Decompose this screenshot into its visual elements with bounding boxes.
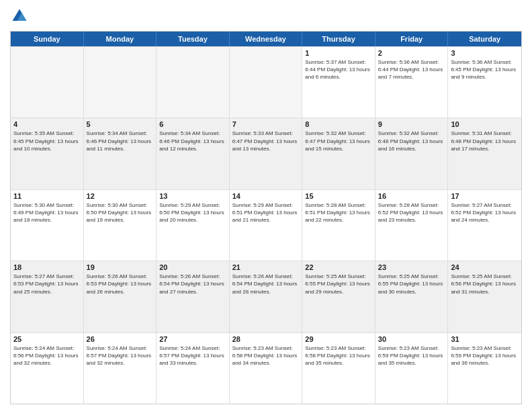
day-content: Sunrise: 5:36 AM Sunset: 6:44 PM Dayligh… — [378, 58, 445, 81]
calendar-body: 1Sunrise: 5:37 AM Sunset: 6:44 PM Daylig… — [11, 46, 521, 404]
page: SundayMondayTuesdayWednesdayThursdayFrid… — [0, 0, 532, 411]
day-cell-13: 13Sunrise: 5:29 AM Sunset: 6:50 PM Dayli… — [157, 190, 230, 261]
day-content: Sunrise: 5:35 AM Sunset: 6:45 PM Dayligh… — [13, 130, 81, 152]
day-content: Sunrise: 5:25 AM Sunset: 6:56 PM Dayligh… — [451, 273, 519, 295]
day-content: Sunrise: 5:32 AM Sunset: 6:48 PM Dayligh… — [378, 130, 445, 152]
calendar-header: SundayMondayTuesdayWednesdayThursdayFrid… — [11, 32, 521, 46]
header-day-monday: Monday — [84, 32, 157, 46]
day-cell-31: 31Sunrise: 5:23 AM Sunset: 6:59 PM Dayli… — [448, 333, 521, 404]
day-number: 6 — [159, 120, 226, 128]
day-number: 1 — [305, 49, 372, 57]
day-content: Sunrise: 5:24 AM Sunset: 6:56 PM Dayligh… — [13, 345, 81, 367]
day-content: Sunrise: 5:27 AM Sunset: 6:53 PM Dayligh… — [13, 273, 81, 295]
day-number: 19 — [87, 263, 154, 271]
day-content: Sunrise: 5:29 AM Sunset: 6:50 PM Dayligh… — [159, 201, 226, 224]
day-number: 22 — [305, 263, 372, 271]
day-number: 13 — [159, 192, 226, 200]
day-content: Sunrise: 5:23 AM Sunset: 6:58 PM Dayligh… — [305, 345, 372, 367]
header-day-thursday: Thursday — [302, 32, 375, 46]
day-cell-12: 12Sunrise: 5:30 AM Sunset: 6:50 PM Dayli… — [84, 190, 157, 261]
calendar-row-4: 18Sunrise: 5:27 AM Sunset: 6:53 PM Dayli… — [11, 261, 521, 332]
day-cell-6: 6Sunrise: 5:34 AM Sunset: 6:46 PM Daylig… — [157, 118, 230, 189]
day-content: Sunrise: 5:33 AM Sunset: 6:47 PM Dayligh… — [232, 130, 300, 152]
day-number: 10 — [451, 120, 519, 128]
day-number: 31 — [451, 335, 519, 343]
calendar-row-1: 1Sunrise: 5:37 AM Sunset: 6:44 PM Daylig… — [11, 46, 521, 118]
day-content: Sunrise: 5:37 AM Sunset: 6:44 PM Dayligh… — [305, 58, 372, 81]
day-number: 18 — [13, 263, 81, 271]
day-cell-25: 25Sunrise: 5:24 AM Sunset: 6:56 PM Dayli… — [11, 333, 84, 404]
day-content: Sunrise: 5:30 AM Sunset: 6:50 PM Dayligh… — [87, 201, 154, 224]
day-number: 29 — [305, 335, 372, 343]
day-cell-2: 2Sunrise: 5:36 AM Sunset: 6:44 PM Daylig… — [375, 47, 449, 118]
day-content: Sunrise: 5:23 AM Sunset: 6:59 PM Dayligh… — [451, 345, 519, 367]
calendar-row-3: 11Sunrise: 5:30 AM Sunset: 6:49 PM Dayli… — [11, 189, 521, 261]
day-cell-21: 21Sunrise: 5:26 AM Sunset: 6:54 PM Dayli… — [230, 261, 303, 332]
logo — [10, 7, 32, 26]
day-number: 9 — [378, 120, 445, 128]
day-number: 11 — [13, 192, 81, 200]
day-number: 12 — [87, 192, 154, 200]
calendar-row-2: 4Sunrise: 5:35 AM Sunset: 6:45 PM Daylig… — [11, 118, 521, 189]
header-day-friday: Friday — [375, 32, 449, 46]
day-number: 16 — [378, 192, 445, 200]
calendar: SundayMondayTuesdayWednesdayThursdayFrid… — [10, 31, 522, 404]
day-cell-1: 1Sunrise: 5:37 AM Sunset: 6:44 PM Daylig… — [302, 47, 375, 118]
day-content: Sunrise: 5:28 AM Sunset: 6:51 PM Dayligh… — [305, 201, 372, 224]
empty-cell — [84, 47, 157, 118]
day-content: Sunrise: 5:25 AM Sunset: 6:55 PM Dayligh… — [378, 273, 445, 295]
day-cell-17: 17Sunrise: 5:27 AM Sunset: 6:52 PM Dayli… — [448, 190, 521, 261]
day-content: Sunrise: 5:31 AM Sunset: 6:48 PM Dayligh… — [451, 130, 519, 152]
day-content: Sunrise: 5:26 AM Sunset: 6:53 PM Dayligh… — [87, 273, 154, 295]
day-cell-15: 15Sunrise: 5:28 AM Sunset: 6:51 PM Dayli… — [302, 190, 375, 261]
day-cell-10: 10Sunrise: 5:31 AM Sunset: 6:48 PM Dayli… — [448, 118, 521, 189]
empty-cell — [157, 47, 230, 118]
day-content: Sunrise: 5:27 AM Sunset: 6:52 PM Dayligh… — [451, 201, 519, 224]
header-day-wednesday: Wednesday — [230, 32, 303, 46]
day-content: Sunrise: 5:26 AM Sunset: 6:54 PM Dayligh… — [159, 273, 226, 295]
day-cell-16: 16Sunrise: 5:28 AM Sunset: 6:52 PM Dayli… — [375, 190, 449, 261]
day-cell-20: 20Sunrise: 5:26 AM Sunset: 6:54 PM Dayli… — [157, 261, 230, 332]
day-content: Sunrise: 5:34 AM Sunset: 6:46 PM Dayligh… — [159, 130, 226, 152]
day-cell-30: 30Sunrise: 5:23 AM Sunset: 6:59 PM Dayli… — [375, 333, 449, 404]
day-cell-23: 23Sunrise: 5:25 AM Sunset: 6:55 PM Dayli… — [375, 261, 449, 332]
calendar-row-5: 25Sunrise: 5:24 AM Sunset: 6:56 PM Dayli… — [11, 332, 521, 404]
day-number: 21 — [232, 263, 300, 271]
day-cell-3: 3Sunrise: 5:36 AM Sunset: 6:45 PM Daylig… — [448, 47, 521, 118]
day-cell-26: 26Sunrise: 5:24 AM Sunset: 6:57 PM Dayli… — [84, 333, 157, 404]
logo-icon — [10, 7, 29, 26]
empty-cell — [11, 47, 84, 118]
day-content: Sunrise: 5:24 AM Sunset: 6:57 PM Dayligh… — [159, 345, 226, 367]
day-cell-27: 27Sunrise: 5:24 AM Sunset: 6:57 PM Dayli… — [157, 333, 230, 404]
header-day-sunday: Sunday — [11, 32, 84, 46]
day-number: 3 — [451, 49, 519, 57]
header-day-saturday: Saturday — [448, 32, 521, 46]
day-cell-9: 9Sunrise: 5:32 AM Sunset: 6:48 PM Daylig… — [375, 118, 449, 189]
day-content: Sunrise: 5:23 AM Sunset: 6:59 PM Dayligh… — [378, 345, 445, 367]
day-cell-29: 29Sunrise: 5:23 AM Sunset: 6:58 PM Dayli… — [302, 333, 375, 404]
day-number: 8 — [305, 120, 372, 128]
day-content: Sunrise: 5:25 AM Sunset: 6:55 PM Dayligh… — [305, 273, 372, 295]
day-number: 27 — [159, 335, 226, 343]
day-number: 30 — [378, 335, 445, 343]
day-number: 24 — [451, 263, 519, 271]
day-number: 25 — [13, 335, 81, 343]
day-cell-28: 28Sunrise: 5:23 AM Sunset: 6:58 PM Dayli… — [230, 333, 303, 404]
day-content: Sunrise: 5:29 AM Sunset: 6:51 PM Dayligh… — [232, 201, 300, 224]
header-day-tuesday: Tuesday — [157, 32, 230, 46]
day-content: Sunrise: 5:28 AM Sunset: 6:52 PM Dayligh… — [378, 201, 445, 224]
day-cell-14: 14Sunrise: 5:29 AM Sunset: 6:51 PM Dayli… — [230, 190, 303, 261]
day-content: Sunrise: 5:24 AM Sunset: 6:57 PM Dayligh… — [87, 345, 154, 367]
empty-cell — [230, 47, 303, 118]
day-content: Sunrise: 5:23 AM Sunset: 6:58 PM Dayligh… — [232, 345, 300, 367]
day-cell-22: 22Sunrise: 5:25 AM Sunset: 6:55 PM Dayli… — [302, 261, 375, 332]
day-number: 26 — [87, 335, 154, 343]
header — [10, 7, 522, 26]
day-number: 14 — [232, 192, 300, 200]
day-number: 15 — [305, 192, 372, 200]
day-cell-11: 11Sunrise: 5:30 AM Sunset: 6:49 PM Dayli… — [11, 190, 84, 261]
day-content: Sunrise: 5:34 AM Sunset: 6:46 PM Dayligh… — [87, 130, 154, 152]
day-number: 23 — [378, 263, 445, 271]
day-number: 17 — [451, 192, 519, 200]
day-cell-8: 8Sunrise: 5:32 AM Sunset: 6:47 PM Daylig… — [302, 118, 375, 189]
